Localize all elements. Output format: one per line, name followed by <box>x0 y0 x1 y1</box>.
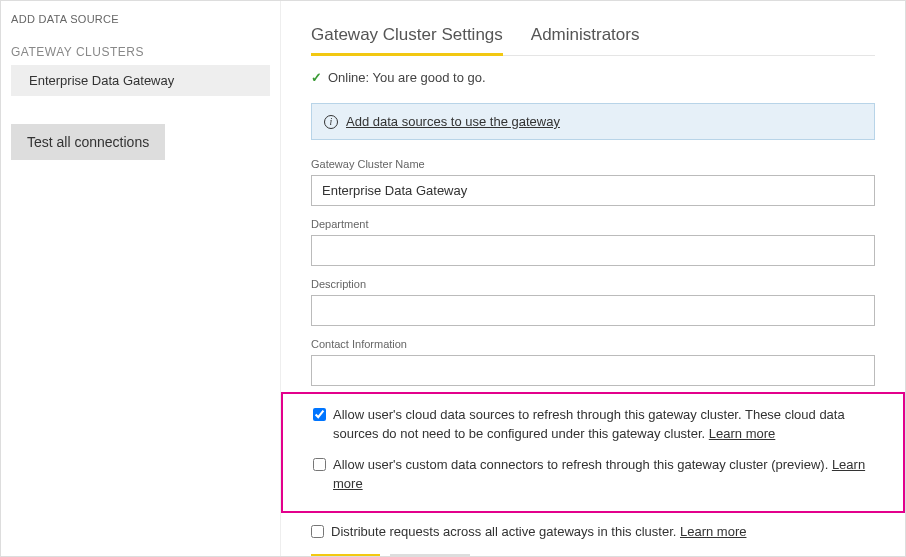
allow-cloud-data-sources-checkbox[interactable] <box>313 408 326 421</box>
department-label: Department <box>311 218 875 230</box>
status-row: ✓ Online: You are good to go. <box>311 70 875 85</box>
allow-custom-connectors-label: Allow user's custom data connectors to r… <box>333 456 873 494</box>
distribute-requests-row: Distribute requests across all active ga… <box>311 523 875 542</box>
add-data-source-link[interactable]: ADD DATA SOURCE <box>11 9 270 35</box>
distribute-requests-checkbox[interactable] <box>311 525 324 538</box>
description-input[interactable] <box>311 295 875 326</box>
gateway-cluster-name-label: Gateway Cluster Name <box>311 158 875 170</box>
distribute-requests-label: Distribute requests across all active ga… <box>331 523 746 542</box>
status-text: Online: You are good to go. <box>328 70 486 85</box>
main-panel: Gateway Cluster Settings Administrators … <box>281 1 905 556</box>
gateway-cluster-name-input[interactable] <box>311 175 875 206</box>
allow-cloud-data-sources-label: Allow user's cloud data sources to refre… <box>333 406 873 444</box>
tabs: Gateway Cluster Settings Administrators <box>311 19 875 56</box>
gateway-cluster-item[interactable]: Enterprise Data Gateway <box>11 65 270 96</box>
allow-custom-connectors-checkbox[interactable] <box>313 458 326 471</box>
discard-button[interactable]: Discard <box>390 554 470 556</box>
info-banner: i Add data sources to use the gateway <box>311 103 875 140</box>
allow-custom-connectors-row: Allow user's custom data connectors to r… <box>313 456 873 494</box>
gateway-clusters-heading: GATEWAY CLUSTERS <box>11 35 270 65</box>
sidebar: ADD DATA SOURCE GATEWAY CLUSTERS Enterpr… <box>1 1 281 556</box>
apply-button[interactable]: Apply <box>311 554 380 556</box>
tab-administrators[interactable]: Administrators <box>531 19 640 56</box>
contact-info-label: Contact Information <box>311 338 875 350</box>
info-icon: i <box>324 115 338 129</box>
allow-cloud-data-sources-row: Allow user's cloud data sources to refre… <box>313 406 873 444</box>
button-row: Apply Discard <box>311 554 875 556</box>
department-input[interactable] <box>311 235 875 266</box>
test-all-connections-button[interactable]: Test all connections <box>11 124 165 160</box>
add-data-sources-link[interactable]: Add data sources to use the gateway <box>346 114 560 129</box>
learn-more-cloud-link[interactable]: Learn more <box>709 426 775 441</box>
highlight-annotation: Allow user's cloud data sources to refre… <box>281 392 905 513</box>
learn-more-distribute-link[interactable]: Learn more <box>680 524 746 539</box>
tab-gateway-cluster-settings[interactable]: Gateway Cluster Settings <box>311 19 503 56</box>
check-icon: ✓ <box>311 70 322 85</box>
contact-info-input[interactable] <box>311 355 875 386</box>
description-label: Description <box>311 278 875 290</box>
